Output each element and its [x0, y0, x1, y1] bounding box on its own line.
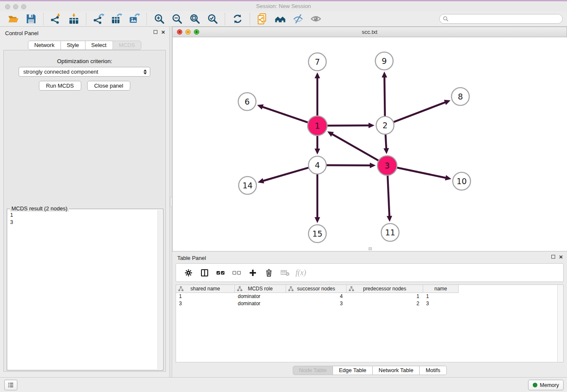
cell-successor-nodes[interactable]: 4 — [286, 293, 347, 300]
column-header-name[interactable]: name — [423, 285, 459, 293]
graph-edge-1-6[interactable] — [257, 105, 308, 123]
task-history-button[interactable] — [4, 380, 17, 390]
add-column-icon[interactable] — [247, 267, 258, 278]
search-field[interactable] — [439, 14, 563, 24]
mcds-result-text[interactable]: 1 3 — [8, 212, 157, 369]
import-table-icon[interactable] — [67, 13, 80, 25]
graph-edge-4-15[interactable] — [315, 174, 320, 223]
import-network-icon[interactable] — [50, 13, 62, 25]
tab-network[interactable]: Network — [28, 41, 61, 50]
mcds-result-scrollbar[interactable] — [157, 210, 162, 369]
cell-predecessor-nodes[interactable]: 1 — [347, 293, 423, 300]
table-row-1[interactable]: 1dominator411 — [176, 293, 563, 300]
tab-node-table[interactable]: Node Table — [292, 366, 333, 375]
memory-button[interactable]: Memory — [528, 380, 564, 390]
cell-name[interactable]: 3 — [423, 300, 459, 307]
graph-edge-4-14[interactable] — [258, 168, 308, 183]
search-input[interactable] — [451, 16, 562, 22]
table-settings-icon[interactable] — [183, 267, 194, 278]
graph-edge-1-2[interactable] — [328, 123, 374, 128]
vertical-splitter[interactable] — [169, 27, 172, 377]
cell-mcds-role[interactable]: dominator — [235, 300, 286, 307]
graph-edge-1-4[interactable] — [315, 136, 320, 155]
graph-edge-2-8[interactable] — [394, 100, 451, 122]
select-all-icon[interactable] — [215, 267, 226, 278]
memory-label: Memory — [540, 382, 559, 388]
cell-successor-nodes[interactable]: 3 — [286, 300, 347, 307]
list-icon — [7, 381, 14, 389]
save-session-icon[interactable] — [25, 13, 37, 25]
table-panel-title: Table Panel — [177, 255, 206, 261]
zoom-in-icon[interactable] — [153, 13, 165, 25]
graph-edge-3-11[interactable] — [387, 176, 392, 222]
tab-edge-table[interactable]: Edge Table — [333, 366, 373, 375]
graph-node-14[interactable]: 14 — [239, 177, 256, 194]
tab-mcds[interactable]: MCDS — [113, 41, 141, 50]
canvas-splitter-handle[interactable] — [369, 247, 372, 250]
graph-node-2[interactable]: 2 — [376, 116, 394, 134]
graph-node-7[interactable]: 7 — [308, 53, 326, 71]
cell-mcds-role[interactable]: dominator — [235, 293, 286, 300]
table-panel-tabs: Node TableEdge TableNetwork TableMotifs — [292, 366, 446, 375]
home-icon[interactable] — [274, 13, 286, 25]
refresh-layout-icon[interactable] — [231, 13, 244, 25]
column-header-mcds-role[interactable]: MCDS role — [235, 285, 286, 293]
search-icon — [443, 16, 449, 22]
graph-edge-2-3[interactable] — [383, 135, 389, 154]
show-columns-icon[interactable] — [199, 267, 210, 278]
toolbar-separator — [43, 13, 44, 25]
zoom-out-icon[interactable] — [171, 13, 183, 25]
column-header-predecessor-nodes[interactable]: predecessor nodes — [347, 285, 423, 293]
network-window-titlebar[interactable]: × − + scc.txt — [173, 27, 567, 37]
control-panel-float-icon[interactable] — [154, 30, 157, 34]
cell-name[interactable]: 1 — [423, 293, 459, 300]
column-header-successor-nodes[interactable]: successor nodes — [286, 285, 347, 293]
optimization-criterion-select[interactable]: strongly connected component — [19, 67, 150, 77]
delete-columns-icon[interactable] — [263, 267, 274, 278]
open-session-icon[interactable] — [7, 13, 19, 25]
table-panel-float-icon[interactable] — [551, 255, 555, 259]
graph-edge-3-10[interactable] — [397, 168, 451, 180]
unselect-all-icon[interactable] — [231, 267, 242, 278]
network-canvas[interactable]: 1234678910111415 — [173, 37, 567, 251]
graph-node-9[interactable]: 9 — [375, 52, 393, 70]
export-image-icon[interactable] — [128, 13, 140, 25]
graph-node-11[interactable]: 11 — [381, 224, 399, 241]
graph-node-3[interactable]: 3 — [377, 156, 397, 175]
zoom-selected-icon[interactable] — [206, 13, 219, 25]
tab-network-table[interactable]: Network Table — [372, 366, 420, 375]
show-panel-icon[interactable] — [309, 13, 322, 25]
export-table-icon[interactable] — [110, 13, 123, 25]
graph-node-6[interactable]: 6 — [238, 93, 256, 110]
graph-node-15[interactable]: 15 — [308, 225, 326, 243]
sitemap-icon — [178, 286, 184, 291]
cell-predecessor-nodes[interactable]: 2 — [347, 300, 423, 307]
table-panel-close-icon[interactable]: × — [559, 254, 563, 259]
main-titlebar: Session: New Session — [0, 1, 567, 12]
graph-edge-3-1[interactable] — [327, 131, 378, 160]
table-row-2[interactable]: 3dominator323 — [176, 300, 563, 307]
optimization-criterion-label: Optimization criterion: — [0, 58, 169, 64]
run-mcds-button[interactable]: Run MCDS — [39, 81, 81, 91]
graph-node-4[interactable]: 4 — [308, 156, 326, 174]
tab-motifs[interactable]: Motifs — [419, 366, 447, 375]
hide-panel-icon[interactable] — [292, 13, 304, 25]
graph-node-10[interactable]: 10 — [453, 172, 471, 190]
graph-edge-4-3[interactable] — [327, 163, 376, 168]
tab-style[interactable]: Style — [61, 41, 85, 50]
graph-edge-2-9[interactable] — [382, 72, 387, 116]
column-header-shared-name[interactable]: shared name — [176, 285, 235, 293]
close-panel-button[interactable]: Close panel — [87, 81, 131, 91]
control-panel-close-icon[interactable]: × — [161, 30, 165, 34]
zoom-fit-icon[interactable] — [188, 13, 201, 25]
tab-select[interactable]: Select — [85, 41, 113, 50]
export-network-icon[interactable] — [92, 13, 105, 25]
control-panel: Control Panel × NetworkStyleSelectMCDS O… — [0, 27, 169, 377]
graph-edge-1-7[interactable] — [315, 72, 320, 116]
clone-network-icon[interactable] — [256, 13, 269, 25]
graph-node-8[interactable]: 8 — [451, 88, 469, 105]
graph-node-1[interactable]: 1 — [308, 116, 327, 135]
cell-shared-name[interactable]: 3 — [176, 300, 235, 307]
cell-shared-name[interactable]: 1 — [176, 293, 235, 300]
node-table-scrollbar[interactable] — [557, 285, 563, 362]
